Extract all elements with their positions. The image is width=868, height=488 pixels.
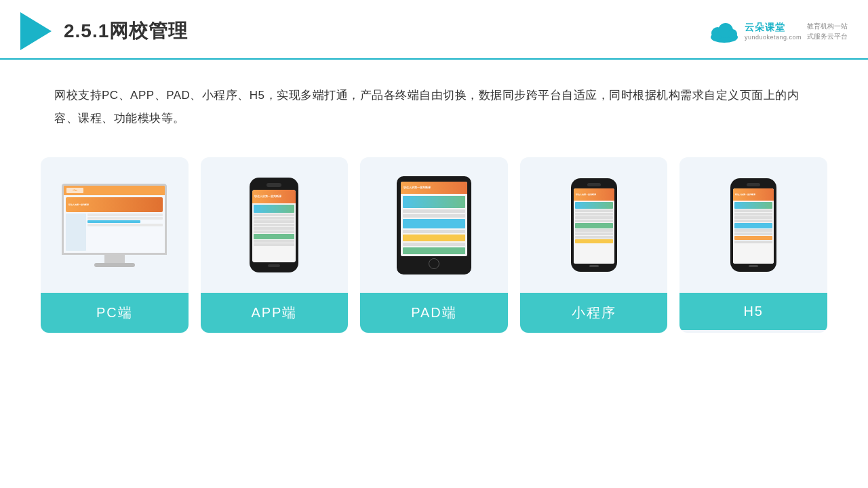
brand-tagline: 教育机构一站 式服务云平台 <box>807 21 848 41</box>
phone-mockup-app: 职达人的第一堂判断课 <box>250 178 298 272</box>
phone-home-button <box>268 264 280 267</box>
monitor-screen: iCan 职达人的第一堂判断课 <box>62 184 167 255</box>
phone-mini-notch <box>587 183 601 186</box>
phone-mini-screen: 职达人的第一堂判断课 <box>574 188 614 264</box>
description: 网校支持PC、APP、PAD、小程序、H5，实现多端打通，产品各终端自由切换，数… <box>0 60 868 144</box>
brand-url: yunduoketang.com <box>745 34 802 41</box>
monitor-base <box>94 263 135 267</box>
card-h5-label: H5 <box>679 293 827 330</box>
header: 2.5.1网校管理 云朵课堂 yunduoketang.com 教育机构一站 式… <box>0 0 868 60</box>
card-miniprogram-image: 职达人的第一堂判断课 <box>520 157 668 293</box>
card-h5-image: 职达人的第一堂判断课 <box>679 157 827 293</box>
brand-logo: 云朵课堂 yunduoketang.com <box>708 20 802 43</box>
tablet-screen: 职达人的第一堂判断课 <box>401 182 467 256</box>
phone-mini-home <box>589 265 599 267</box>
brand-name: 云朵课堂 <box>745 22 802 34</box>
phone-mini-header: 职达人的第一堂判断课 <box>574 188 614 201</box>
phone-mini-mockup-2: 职达人的第一堂判断课 <box>730 178 776 272</box>
phone-mini-notch-2 <box>747 183 760 186</box>
card-h5: 职达人的第一堂判断课 <box>679 157 827 333</box>
card-pc-image: iCan 职达人的第一堂判断课 <box>41 157 189 293</box>
phone-screen-body <box>252 203 296 262</box>
card-app-label: APP端 <box>201 293 349 333</box>
phone-screen: 职达人的第一堂判断课 <box>252 190 296 262</box>
monitor-stand <box>104 255 125 263</box>
card-pc-label: PC端 <box>41 293 189 333</box>
cards-container: iCan 职达人的第一堂判断课 <box>0 144 868 353</box>
card-app-image: 职达人的第一堂判断课 <box>201 157 349 293</box>
phone-mini-body-2 <box>733 201 774 264</box>
tablet-header: 职达人的第一堂判断课 <box>401 182 467 194</box>
phone-mini-home-2 <box>749 265 758 267</box>
phone-screen-header: 职达人的第一堂判断课 <box>252 190 296 203</box>
card-app: 职达人的第一堂判断课 <box>201 157 349 333</box>
phone-notch <box>267 183 281 187</box>
phone-mini-mockup-1: 职达人的第一堂判断课 <box>571 178 617 272</box>
card-miniprogram: 职达人的第一堂判断课 <box>520 157 668 333</box>
cloud-icon <box>708 20 741 43</box>
card-pc: iCan 职达人的第一堂判断课 <box>41 157 189 333</box>
page-title: 2.5.1网校管理 <box>64 18 188 44</box>
tablet-home-button <box>429 258 439 269</box>
card-pad-label: PAD端 <box>360 293 508 333</box>
phone-mini-header-2: 职达人的第一堂判断课 <box>733 188 774 201</box>
card-pad-image: 职达人的第一堂判断课 <box>360 157 508 293</box>
svg-point-3 <box>728 29 737 39</box>
card-pad: 职达人的第一堂判断课 PAD端 <box>360 157 508 333</box>
tablet-content <box>401 194 467 256</box>
monitor-mockup: iCan 职达人的第一堂判断课 <box>62 184 167 267</box>
header-left: 2.5.1网校管理 <box>20 12 188 50</box>
tablet-mockup: 职达人的第一堂判断课 <box>397 176 471 274</box>
play-icon <box>20 12 52 50</box>
phone-mini-body <box>574 201 614 264</box>
card-miniprogram-label: 小程序 <box>520 293 668 333</box>
header-right: 云朵课堂 yunduoketang.com 教育机构一站 式服务云平台 <box>708 20 848 43</box>
phone-mini-screen-2: 职达人的第一堂判断课 <box>733 188 774 264</box>
